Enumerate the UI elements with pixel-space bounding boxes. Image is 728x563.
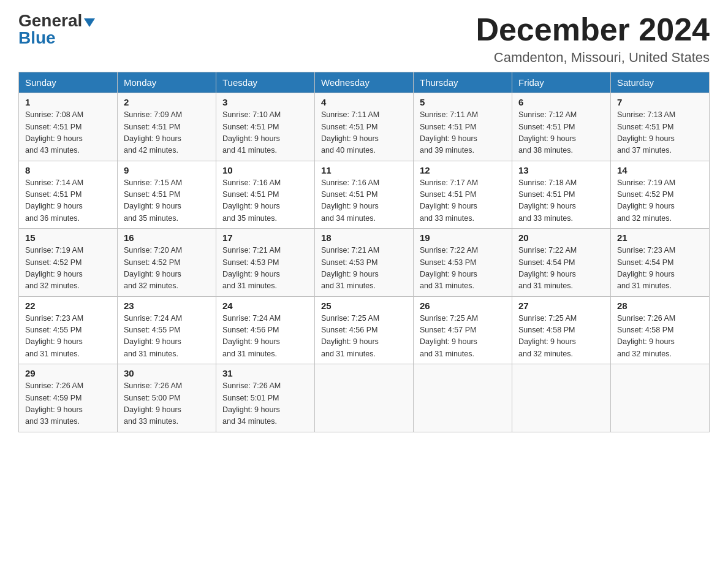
day-number: 24 bbox=[222, 301, 308, 311]
day-info: Sunrise: 7:19 AMSunset: 4:52 PMDaylight:… bbox=[617, 177, 703, 225]
day-cell: 31Sunrise: 7:26 AMSunset: 5:01 PMDayligh… bbox=[216, 364, 315, 432]
day-info: Sunrise: 7:26 AMSunset: 4:58 PMDaylight:… bbox=[617, 313, 703, 361]
day-cell: 20Sunrise: 7:22 AMSunset: 4:54 PMDayligh… bbox=[512, 229, 611, 297]
day-number: 31 bbox=[222, 368, 308, 378]
day-info: Sunrise: 7:24 AMSunset: 4:55 PMDaylight:… bbox=[124, 313, 210, 361]
day-number: 14 bbox=[617, 165, 703, 175]
day-number: 13 bbox=[518, 165, 604, 175]
day-header-sunday: Sunday bbox=[19, 72, 118, 93]
day-info: Sunrise: 7:23 AMSunset: 4:55 PMDaylight:… bbox=[25, 313, 111, 361]
day-info: Sunrise: 7:24 AMSunset: 4:56 PMDaylight:… bbox=[222, 313, 308, 361]
week-row-1: 1Sunrise: 7:08 AMSunset: 4:51 PMDaylight… bbox=[19, 93, 710, 161]
day-number: 15 bbox=[25, 232, 111, 243]
day-number: 8 bbox=[25, 165, 111, 175]
logo-blue-text: Blue bbox=[18, 28, 56, 47]
day-cell: 3Sunrise: 7:10 AMSunset: 4:51 PMDaylight… bbox=[216, 93, 315, 161]
week-row-5: 29Sunrise: 7:26 AMSunset: 4:59 PMDayligh… bbox=[19, 364, 710, 432]
day-cell: 27Sunrise: 7:25 AMSunset: 4:58 PMDayligh… bbox=[512, 296, 611, 364]
day-number: 7 bbox=[617, 97, 703, 107]
day-number: 3 bbox=[222, 97, 308, 107]
day-number: 16 bbox=[124, 232, 210, 243]
day-number: 26 bbox=[420, 301, 506, 311]
day-info: Sunrise: 7:22 AMSunset: 4:54 PMDaylight:… bbox=[518, 245, 604, 293]
day-cell: 4Sunrise: 7:11 AMSunset: 4:51 PMDaylight… bbox=[315, 93, 414, 161]
day-info: Sunrise: 7:20 AMSunset: 4:52 PMDaylight:… bbox=[124, 245, 210, 293]
day-header-thursday: Thursday bbox=[414, 72, 512, 93]
header-row: SundayMondayTuesdayWednesdayThursdayFrid… bbox=[19, 72, 710, 93]
day-number: 20 bbox=[518, 232, 604, 243]
day-number: 28 bbox=[617, 301, 703, 311]
day-number: 17 bbox=[222, 232, 308, 243]
day-info: Sunrise: 7:14 AMSunset: 4:51 PMDaylight:… bbox=[25, 177, 111, 225]
day-number: 10 bbox=[222, 165, 308, 175]
day-header-tuesday: Tuesday bbox=[216, 72, 315, 93]
day-info: Sunrise: 7:21 AMSunset: 4:53 PMDaylight:… bbox=[321, 245, 407, 293]
logo-top: General bbox=[18, 12, 95, 29]
day-header-monday: Monday bbox=[118, 72, 216, 93]
day-info: Sunrise: 7:10 AMSunset: 4:51 PMDaylight:… bbox=[222, 109, 308, 157]
day-cell: 22Sunrise: 7:23 AMSunset: 4:55 PMDayligh… bbox=[19, 296, 118, 364]
day-cell: 12Sunrise: 7:17 AMSunset: 4:51 PMDayligh… bbox=[414, 161, 512, 229]
day-number: 27 bbox=[518, 301, 604, 311]
day-header-wednesday: Wednesday bbox=[315, 72, 414, 93]
day-number: 6 bbox=[518, 97, 604, 107]
day-cell: 8Sunrise: 7:14 AMSunset: 4:51 PMDaylight… bbox=[19, 161, 118, 229]
day-number: 2 bbox=[124, 97, 210, 107]
day-number: 29 bbox=[25, 368, 111, 378]
day-cell: 30Sunrise: 7:26 AMSunset: 5:00 PMDayligh… bbox=[118, 364, 216, 432]
day-info: Sunrise: 7:23 AMSunset: 4:54 PMDaylight:… bbox=[617, 245, 703, 293]
day-cell: 29Sunrise: 7:26 AMSunset: 4:59 PMDayligh… bbox=[19, 364, 118, 432]
day-info: Sunrise: 7:26 AMSunset: 4:59 PMDaylight:… bbox=[25, 380, 111, 428]
day-info: Sunrise: 7:13 AMSunset: 4:51 PMDaylight:… bbox=[617, 109, 703, 157]
week-row-3: 15Sunrise: 7:19 AMSunset: 4:52 PMDayligh… bbox=[19, 229, 710, 297]
day-number: 9 bbox=[124, 165, 210, 175]
day-info: Sunrise: 7:15 AMSunset: 4:51 PMDaylight:… bbox=[124, 177, 210, 225]
day-number: 5 bbox=[420, 97, 506, 107]
day-info: Sunrise: 7:08 AMSunset: 4:51 PMDaylight:… bbox=[25, 109, 111, 157]
day-cell: 19Sunrise: 7:22 AMSunset: 4:53 PMDayligh… bbox=[414, 229, 512, 297]
day-number: 22 bbox=[25, 301, 111, 311]
week-row-4: 22Sunrise: 7:23 AMSunset: 4:55 PMDayligh… bbox=[19, 296, 710, 364]
day-cell: 16Sunrise: 7:20 AMSunset: 4:52 PMDayligh… bbox=[118, 229, 216, 297]
day-number: 21 bbox=[617, 232, 703, 243]
title-area: December 2024 Camdenton, Missouri, Unite… bbox=[476, 12, 710, 66]
day-cell: 5Sunrise: 7:11 AMSunset: 4:51 PMDaylight… bbox=[414, 93, 512, 161]
day-cell: 23Sunrise: 7:24 AMSunset: 4:55 PMDayligh… bbox=[118, 296, 216, 364]
day-info: Sunrise: 7:26 AMSunset: 5:01 PMDaylight:… bbox=[222, 380, 308, 428]
day-cell bbox=[315, 364, 414, 432]
day-cell bbox=[414, 364, 512, 432]
day-cell: 6Sunrise: 7:12 AMSunset: 4:51 PMDaylight… bbox=[512, 93, 611, 161]
day-info: Sunrise: 7:22 AMSunset: 4:53 PMDaylight:… bbox=[420, 245, 506, 293]
day-info: Sunrise: 7:25 AMSunset: 4:58 PMDaylight:… bbox=[518, 313, 604, 361]
day-number: 23 bbox=[124, 301, 210, 311]
day-number: 12 bbox=[420, 165, 506, 175]
week-row-2: 8Sunrise: 7:14 AMSunset: 4:51 PMDaylight… bbox=[19, 161, 710, 229]
day-cell: 7Sunrise: 7:13 AMSunset: 4:51 PMDaylight… bbox=[611, 93, 710, 161]
day-number: 25 bbox=[321, 301, 407, 311]
day-cell: 11Sunrise: 7:16 AMSunset: 4:51 PMDayligh… bbox=[315, 161, 414, 229]
day-cell: 10Sunrise: 7:16 AMSunset: 4:51 PMDayligh… bbox=[216, 161, 315, 229]
day-cell: 28Sunrise: 7:26 AMSunset: 4:58 PMDayligh… bbox=[611, 296, 710, 364]
day-cell: 25Sunrise: 7:25 AMSunset: 4:56 PMDayligh… bbox=[315, 296, 414, 364]
day-cell bbox=[512, 364, 611, 432]
day-info: Sunrise: 7:25 AMSunset: 4:56 PMDaylight:… bbox=[321, 313, 407, 361]
day-cell: 15Sunrise: 7:19 AMSunset: 4:52 PMDayligh… bbox=[19, 229, 118, 297]
day-cell: 26Sunrise: 7:25 AMSunset: 4:57 PMDayligh… bbox=[414, 296, 512, 364]
day-cell: 17Sunrise: 7:21 AMSunset: 4:53 PMDayligh… bbox=[216, 229, 315, 297]
day-info: Sunrise: 7:21 AMSunset: 4:53 PMDaylight:… bbox=[222, 245, 308, 293]
day-number: 4 bbox=[321, 97, 407, 107]
header: General Blue December 2024 Camdenton, Mi… bbox=[18, 12, 710, 66]
logo-general-text: General bbox=[18, 11, 82, 30]
logo: General Blue bbox=[18, 12, 95, 47]
location-title: Camdenton, Missouri, United States bbox=[476, 50, 710, 66]
day-info: Sunrise: 7:09 AMSunset: 4:51 PMDaylight:… bbox=[124, 109, 210, 157]
day-number: 19 bbox=[420, 232, 506, 243]
day-info: Sunrise: 7:16 AMSunset: 4:51 PMDaylight:… bbox=[222, 177, 308, 225]
day-header-friday: Friday bbox=[512, 72, 611, 93]
day-cell: 21Sunrise: 7:23 AMSunset: 4:54 PMDayligh… bbox=[611, 229, 710, 297]
day-cell: 18Sunrise: 7:21 AMSunset: 4:53 PMDayligh… bbox=[315, 229, 414, 297]
day-number: 11 bbox=[321, 165, 407, 175]
day-number: 30 bbox=[124, 368, 210, 378]
day-cell: 14Sunrise: 7:19 AMSunset: 4:52 PMDayligh… bbox=[611, 161, 710, 229]
day-info: Sunrise: 7:11 AMSunset: 4:51 PMDaylight:… bbox=[321, 109, 407, 157]
